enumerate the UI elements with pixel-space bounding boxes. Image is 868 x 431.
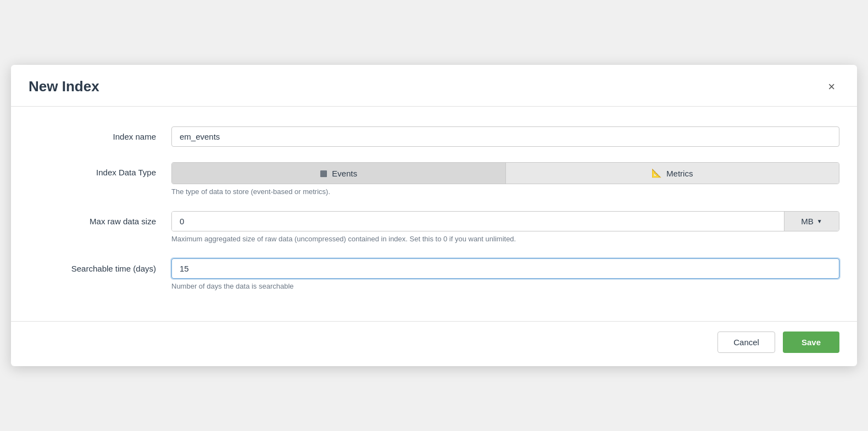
index-name-control	[171, 126, 839, 147]
events-label: Events	[332, 169, 357, 178]
searchable-time-control: Number of days the data is searchable	[171, 258, 839, 290]
size-unit-dropdown[interactable]: MB ▼	[784, 212, 839, 231]
searchable-time-hint: Number of days the data is searchable	[171, 282, 839, 290]
events-icon: ▦	[320, 168, 327, 178]
index-name-label: Index name	[29, 126, 171, 141]
metrics-icon: 📐	[652, 168, 662, 178]
max-raw-data-row: Max raw data size MB ▼ Maximum aggregate…	[29, 211, 839, 243]
data-type-hint: The type of data to store (event-based o…	[171, 187, 839, 196]
max-raw-data-control: MB ▼ Maximum aggregated size of raw data…	[171, 211, 839, 243]
index-data-type-row: Index Data Type ▦ Events 📐 Metrics The t…	[29, 162, 839, 196]
dialog-header: New Index ×	[11, 65, 857, 107]
max-raw-data-input[interactable]	[172, 212, 784, 231]
dialog-body: Index name Index Data Type ▦ Events 📐 Me…	[11, 107, 857, 321]
index-data-type-control: ▦ Events 📐 Metrics The type of data to s…	[171, 162, 839, 196]
size-input-group: MB ▼	[171, 211, 839, 231]
dialog-title: New Index	[29, 78, 99, 95]
index-data-type-label: Index Data Type	[29, 162, 171, 177]
index-name-input[interactable]	[171, 126, 839, 147]
toggle-metrics[interactable]: 📐 Metrics	[506, 163, 839, 184]
max-raw-data-label: Max raw data size	[29, 211, 171, 226]
metrics-label: Metrics	[666, 169, 693, 178]
searchable-time-input[interactable]	[171, 258, 839, 279]
dropdown-arrow-icon: ▼	[817, 218, 822, 224]
close-button[interactable]: ×	[824, 79, 839, 95]
size-unit-label: MB	[801, 217, 814, 226]
toggle-events[interactable]: ▦ Events	[172, 163, 506, 184]
new-index-dialog: New Index × Index name Index Data Type ▦…	[11, 65, 857, 366]
save-button[interactable]: Save	[783, 331, 839, 353]
cancel-button[interactable]: Cancel	[717, 331, 775, 353]
dialog-footer: Cancel Save	[11, 321, 857, 366]
max-raw-data-hint: Maximum aggregated size of raw data (unc…	[171, 235, 839, 243]
index-name-row: Index name	[29, 126, 839, 147]
searchable-time-label: Searchable time (days)	[29, 258, 171, 273]
searchable-time-row: Searchable time (days) Number of days th…	[29, 258, 839, 290]
data-type-toggle-group: ▦ Events 📐 Metrics	[171, 162, 839, 184]
